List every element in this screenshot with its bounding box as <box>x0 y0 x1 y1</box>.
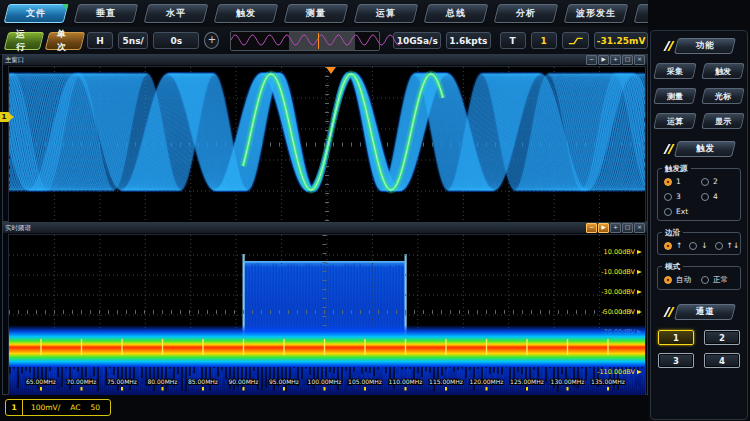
trigger-position-marker[interactable] <box>326 67 336 74</box>
spectrum-canvas: 10.00dBV-10.00dBV-30.00dBV-50.00dBV-70.0… <box>9 235 645 395</box>
function-header-button[interactable]: 功能 <box>674 38 736 54</box>
trigger-source-1[interactable]: 1 <box>664 177 699 186</box>
spectrum-y-tick-label: 10.00dBV <box>604 248 636 256</box>
edge-rising[interactable]: ↑ <box>664 241 682 250</box>
cursor-button[interactable]: 光标 <box>701 88 744 104</box>
timebase-value[interactable]: 5ns/ <box>118 32 148 49</box>
horizontal-badge[interactable]: H <box>87 32 113 49</box>
rising-edge-icon <box>568 36 584 46</box>
spectrum-window-controls: −▶+□× <box>586 223 645 233</box>
channel1-settings-badge[interactable]: 1 100mV/ AC 50 <box>5 399 111 416</box>
oscilloscope-app: 文件 垂直 水平 触发 测量 运算 总线 分析 波形发生 显示 系统 已触发 1… <box>0 0 750 421</box>
menu-vertical[interactable]: 垂直 <box>74 4 139 23</box>
menu-wavegen[interactable]: 波形发生 <box>564 4 629 23</box>
channel-header-button[interactable]: 通道 <box>674 304 736 320</box>
radio-icon <box>701 276 709 284</box>
radio-icon <box>701 178 709 186</box>
spectrum-x-tick-label: 95.00MHz <box>269 378 299 385</box>
run-button[interactable]: 运行 <box>4 32 44 50</box>
edge-falling[interactable]: ↓ <box>689 241 707 250</box>
menu-horizontal[interactable]: 水平 <box>144 4 209 23</box>
channel-4-button[interactable]: 4 <box>704 353 740 368</box>
channel1-level-marker[interactable]: 1 <box>0 112 10 122</box>
window-control-button[interactable]: □ <box>622 55 633 65</box>
window-control-button[interactable]: − <box>586 223 597 233</box>
window-control-button[interactable]: ▶ <box>598 223 609 233</box>
trigger-source-ext[interactable]: Ext <box>664 207 699 216</box>
single-button[interactable]: 单次 <box>44 32 84 50</box>
trigger-source-group: 触发源 1 2 3 4 Ext <box>657 168 741 221</box>
channel-1-button[interactable]: 1 <box>658 330 694 345</box>
spectrum-x-tick-label: 100.00MHz <box>308 378 342 385</box>
menu-bar: 文件 垂直 水平 触发 测量 运算 总线 分析 波形发生 显示 系统 <box>0 0 648 27</box>
radio-icon <box>664 193 672 201</box>
display-button[interactable]: 显示 <box>701 113 744 129</box>
menu-bus[interactable]: 总线 <box>424 4 489 23</box>
window-control-button[interactable]: ▶ <box>598 55 609 65</box>
trigger-source-badge[interactable]: 1 <box>531 32 557 49</box>
timebase-preview[interactable] <box>230 31 380 51</box>
spectrum-window-titlebar[interactable]: 实时频谱 −▶+□× <box>3 223 647 233</box>
toolbar: 运行 单次 H 5ns/ 0s + 10GSa/s 1.6kpts T 1 -3… <box>0 27 648 55</box>
spectrum-window-title: 实时频谱 <box>5 223 31 233</box>
main-window-titlebar[interactable]: 主窗口 −▶+□× <box>3 55 647 65</box>
section-slash-icon <box>665 144 673 154</box>
radio-icon <box>664 208 672 216</box>
spectrum-x-tick-label: 125.00MHz <box>510 378 544 385</box>
main-window-controls: −▶+□× <box>586 55 645 65</box>
spectrum-y-tick-label: -30.00dBV <box>601 288 635 296</box>
acquire-button[interactable]: 采集 <box>653 63 696 79</box>
trigger-badge[interactable]: T <box>500 32 526 49</box>
trigger-edge-group: 边沿 ↑ ↓ ↑↓ <box>657 232 741 255</box>
menu-trigger[interactable]: 触发 <box>214 4 279 23</box>
spectrum-x-tick-label: 65.00MHz <box>26 378 56 385</box>
mode-auto[interactable]: 自动 <box>664 275 691 285</box>
trigger-button[interactable]: 触发 <box>701 63 744 79</box>
measure-button[interactable]: 测量 <box>653 88 696 104</box>
memory-depth-badge[interactable]: 1.6kpts <box>446 32 491 49</box>
trigger-level-value[interactable]: -31.25mV <box>594 32 648 49</box>
edge-either[interactable]: ↑↓ <box>715 241 740 250</box>
radio-icon <box>664 242 672 250</box>
function-section-header: 功能 <box>651 38 747 54</box>
spectrum-x-tick-label: 135.00MHz <box>591 378 625 385</box>
bottom-bar: 1 100mV/ AC 50 <box>0 395 648 421</box>
preview-trigger-line <box>318 33 319 49</box>
menu-analysis[interactable]: 分析 <box>494 4 559 23</box>
trigger-source-2[interactable]: 2 <box>701 177 736 186</box>
window-control-button[interactable]: − <box>586 55 597 65</box>
radio-icon <box>689 242 697 250</box>
zoom-toggle-icon[interactable]: + <box>204 32 219 49</box>
horizontal-offset-value[interactable]: 0s <box>153 32 199 49</box>
channel-3-button[interactable]: 3 <box>658 353 694 368</box>
spectrum-x-tick-label: 75.00MHz <box>107 378 137 385</box>
window-control-button[interactable]: + <box>610 223 621 233</box>
main-waveform-canvas <box>9 67 645 222</box>
spectrum-x-tick-label: 90.00MHz <box>228 378 258 385</box>
spectrum-y-tick-label: -110.00dBV <box>597 368 635 376</box>
spectrum-y-tick-label: -10.00dBV <box>601 268 635 276</box>
trigger-slope-icon[interactable] <box>562 32 590 49</box>
main-waveform-window: 主窗口 −▶+□× 1 <box>2 54 648 222</box>
spectrum-y-tick-label: -50.00dBV <box>601 308 635 316</box>
window-control-button[interactable]: □ <box>622 223 633 233</box>
trigger-section-header: 触发 <box>651 141 747 157</box>
channel-2-button[interactable]: 2 <box>704 330 740 345</box>
spectrum-plot[interactable]: 10.00dBV-10.00dBV-30.00dBV-50.00dBV-70.0… <box>8 234 646 396</box>
spectrum-x-tick-label: 120.00MHz <box>470 378 504 385</box>
trigger-header-button[interactable]: 触发 <box>674 141 736 157</box>
menu-file[interactable]: 文件 <box>4 4 69 23</box>
trigger-source-4[interactable]: 4 <box>701 192 736 201</box>
window-control-button[interactable]: × <box>634 223 645 233</box>
mode-normal[interactable]: 正常 <box>701 275 728 285</box>
window-control-button[interactable]: + <box>610 55 621 65</box>
window-control-button[interactable]: × <box>634 55 645 65</box>
math-button[interactable]: 运算 <box>653 113 696 129</box>
main-waveform-plot[interactable] <box>8 66 646 223</box>
menu-measure[interactable]: 测量 <box>284 4 349 23</box>
menu-math[interactable]: 运算 <box>354 4 419 23</box>
channel-scale: 100mV/ <box>31 403 60 412</box>
function-button-grid: 采集 触发 测量 光标 运算 显示 <box>651 63 747 129</box>
spectrum-window: 实时频谱 −▶+□× 10.00dBV-10.00dBV-30.00dBV-50… <box>2 222 648 395</box>
trigger-source-3[interactable]: 3 <box>664 192 699 201</box>
